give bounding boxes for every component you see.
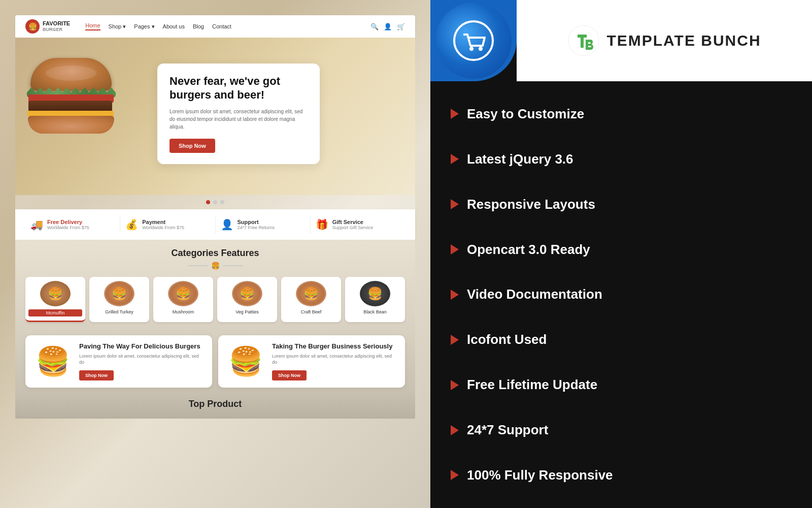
arrow-icon-7 bbox=[451, 380, 459, 390]
cart-badge-area bbox=[430, 0, 517, 81]
cart-circle-icon bbox=[435, 3, 512, 79]
service-delivery-text: Free Delivery Worldwide From $75 bbox=[47, 219, 89, 230]
feature-text-1: Easy to Customize bbox=[467, 106, 584, 122]
patty bbox=[28, 101, 112, 112]
hero-burger-image bbox=[25, 58, 147, 170]
feature-easy-customize: Easy to Customize bbox=[451, 106, 792, 122]
arrow-icon-3 bbox=[451, 199, 459, 209]
svg-point-1 bbox=[469, 47, 473, 51]
nav-shop[interactable]: Shop ▾ bbox=[109, 23, 126, 30]
dot-2[interactable] bbox=[213, 200, 217, 204]
arrow-icon-1 bbox=[451, 109, 459, 119]
payment-icon: 💰 bbox=[125, 218, 138, 231]
hero-content-box: Never fear, we've got burgers and beer! … bbox=[157, 64, 320, 164]
feature-text-7: Free Lifetime Update bbox=[467, 377, 597, 393]
arrow-icon-4 bbox=[451, 244, 459, 255]
promo-content-2: Taking The Burger Business Seriously Lor… bbox=[272, 342, 398, 380]
bun-top bbox=[30, 58, 112, 91]
category-grilled-turkey[interactable]: 🍔 Grilled Turkey bbox=[89, 277, 149, 322]
support-title: Support bbox=[238, 219, 275, 225]
delivery-sub: Worldwide From $75 bbox=[47, 225, 89, 230]
category-veg-patties[interactable]: 🍔 Veg Patties bbox=[217, 277, 277, 322]
feature-support: 24*7 Support bbox=[451, 422, 792, 438]
slider-dots bbox=[15, 195, 415, 209]
divider-burger-icon: 🍔 bbox=[211, 262, 220, 270]
cart-icon[interactable]: 🛒 bbox=[397, 23, 405, 30]
feature-responsive: Responsive Layouts bbox=[451, 197, 792, 212]
logo-brand-name: FAVORITE bbox=[43, 20, 70, 27]
category-label-mcmuffin: Mcmuffin bbox=[28, 309, 82, 316]
category-black-bean[interactable]: 🍔 Black Bean bbox=[345, 277, 405, 322]
nav-contact[interactable]: Contact bbox=[212, 23, 231, 29]
promo-title-2: Taking The Burger Business Seriously bbox=[272, 342, 398, 351]
gift-sub: Support Gift Service bbox=[332, 225, 374, 230]
promo-btn-1[interactable]: Shop Now bbox=[79, 370, 114, 380]
feature-text-2: Latest jQuery 3.6 bbox=[467, 151, 573, 167]
service-payment: 💰 Payment Worldwide From $75 bbox=[120, 215, 215, 234]
arrow-icon-5 bbox=[451, 290, 459, 300]
support-icon: 👤 bbox=[221, 218, 233, 231]
logo-area: 🍔 FAVORITE BURGER bbox=[25, 19, 70, 34]
promo-card-2: 🍔 Taking The Burger Business Seriously L… bbox=[218, 335, 405, 388]
search-icon[interactable]: 🔍 bbox=[370, 23, 379, 30]
feature-text-4: Opencart 3.0 Ready bbox=[467, 242, 590, 258]
nav-about[interactable]: About us bbox=[163, 23, 185, 29]
payment-sub: Worldwide From $75 bbox=[142, 225, 184, 230]
logo-brand-sub: BURGER bbox=[43, 27, 70, 33]
category-mcmuffin[interactable]: 🍔 Mcmuffin bbox=[25, 277, 85, 322]
promo-content-1: Paving The Way For Delicious Burgers Lor… bbox=[79, 342, 205, 380]
category-label-black: Black Bean bbox=[348, 309, 402, 314]
service-gift: 🎁 Gift Service Support Gift Service bbox=[311, 215, 405, 234]
category-label-craft: Craft Beef bbox=[284, 309, 338, 314]
feature-text-8: 24*7 Support bbox=[467, 422, 548, 438]
feature-lifetime-update: Free Lifetime Update bbox=[451, 377, 792, 393]
tb-logo-inner: TEMPLATE BUNCH bbox=[567, 24, 761, 57]
delivery-icon: 🚚 bbox=[30, 218, 43, 231]
nav-icons: 🔍 👤 🛒 bbox=[370, 23, 405, 30]
category-craft-beef[interactable]: 🍔 Craft Beef bbox=[281, 277, 341, 322]
categories-title: Categories Features bbox=[25, 248, 405, 259]
nav-home[interactable]: Home bbox=[85, 22, 100, 30]
template-bunch-name: TEMPLATE BUNCH bbox=[606, 32, 761, 49]
service-support-text: Support 24*7 Free Returns bbox=[238, 219, 275, 230]
nav-pages[interactable]: Pages ▾ bbox=[134, 23, 154, 30]
promo-card-1: 🍔 Paving The Way For Delicious Burgers L… bbox=[25, 335, 212, 388]
category-img-veg: 🍔 bbox=[232, 281, 262, 306]
tb-logo-icon bbox=[567, 24, 600, 57]
feature-text-9: 100% Fully Responsive bbox=[467, 467, 613, 483]
feature-text-6: Icofont Used bbox=[467, 332, 547, 347]
promo-section: 🍔 Paving The Way For Delicious Burgers L… bbox=[15, 330, 415, 393]
gift-icon: 🎁 bbox=[316, 218, 328, 231]
logo-icon: 🍔 bbox=[25, 19, 40, 34]
category-img-mushroom: 🍔 bbox=[168, 281, 198, 306]
divider-line-right bbox=[223, 265, 243, 266]
features-list: Easy to Customize Latest jQuery 3.6 Resp… bbox=[430, 81, 812, 508]
right-panel: TEMPLATE BUNCH Easy to Customize Latest … bbox=[430, 0, 812, 508]
left-panel: 🍔 FAVORITE BURGER Home Shop ▾ Pages ▾ Ab… bbox=[0, 0, 430, 508]
service-gift-text: Gift Service Support Gift Service bbox=[332, 219, 374, 230]
bun-bottom bbox=[28, 116, 114, 134]
category-img-mcmuffin: 🍔 bbox=[40, 281, 71, 306]
feature-text-5: Video Documentation bbox=[467, 287, 602, 302]
hero-section: Never fear, we've got burgers and beer! … bbox=[15, 38, 415, 195]
category-img-black: 🍔 bbox=[360, 281, 390, 306]
right-header: TEMPLATE BUNCH bbox=[430, 0, 812, 81]
shopping-cart-svg bbox=[453, 20, 494, 61]
arrow-icon-8 bbox=[451, 425, 459, 435]
arrow-icon-9 bbox=[451, 470, 459, 480]
dot-3[interactable] bbox=[220, 200, 224, 204]
promo-btn-2[interactable]: Shop Now bbox=[272, 370, 307, 380]
support-sub: 24*7 Free Returns bbox=[238, 225, 275, 230]
dot-1[interactable] bbox=[206, 200, 210, 204]
hero-title: Never fear, we've got burgers and beer! bbox=[170, 75, 308, 102]
category-img-grilled: 🍔 bbox=[104, 281, 134, 306]
shop-now-button[interactable]: Shop Now bbox=[170, 139, 215, 153]
logo-text: FAVORITE BURGER bbox=[43, 20, 70, 33]
promo-desc-2: Lorem ipsum dolor sit amet, consectetur … bbox=[272, 353, 398, 366]
divider-line-left bbox=[188, 265, 208, 266]
user-icon[interactable]: 👤 bbox=[384, 23, 392, 30]
category-mushroom[interactable]: 🍔 Mushroom bbox=[153, 277, 213, 322]
category-grid: 🍔 Mcmuffin 🍔 Grilled Turkey 🍔 Mushroom 🍔… bbox=[25, 277, 405, 322]
feature-icofont: Icofont Used bbox=[451, 332, 792, 347]
nav-blog[interactable]: Blog bbox=[193, 23, 204, 29]
